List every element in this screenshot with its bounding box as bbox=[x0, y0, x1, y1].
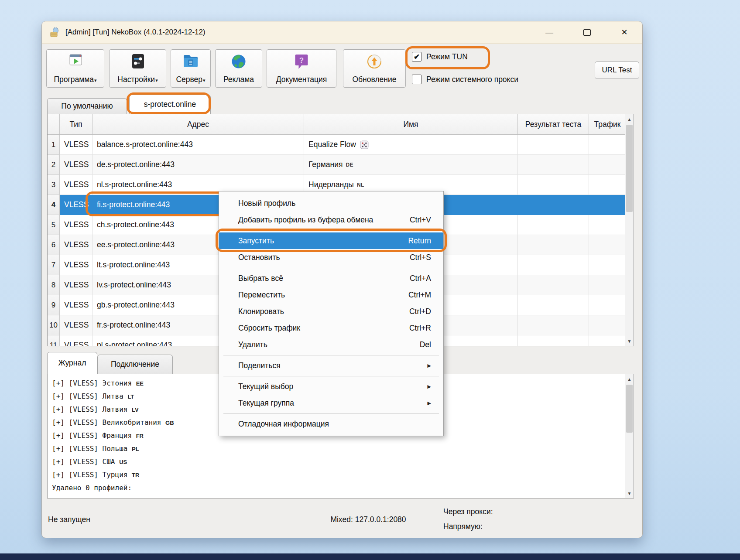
toolbar-button-label: Документация bbox=[276, 75, 327, 84]
toolbar-button-update[interactable]: Обновление bbox=[343, 49, 406, 88]
tun-mode-checkbox[interactable]: ✔ Режим TUN bbox=[412, 52, 468, 61]
cell-type: VLESS bbox=[60, 335, 92, 346]
group-tab-default[interactable]: По умолчанию bbox=[47, 98, 127, 114]
log-scrollbar[interactable]: ▲ ▼ bbox=[625, 374, 634, 498]
cell-traffic bbox=[589, 175, 626, 195]
maximize-button[interactable] bbox=[577, 25, 597, 40]
menu-item-3[interactable]: ЗапуститьReturn bbox=[219, 232, 443, 249]
table-row-2[interactable]: 2VLESSde.s-protect.online:443ГерманияDE bbox=[48, 155, 634, 175]
status-direct: Напрямую: bbox=[443, 522, 483, 531]
column-header-rownum[interactable] bbox=[48, 114, 60, 134]
window-title: [Admin] [Tun] NekoBox (4.0.1-2024-12-12) bbox=[65, 28, 206, 37]
cell-test-result bbox=[518, 155, 589, 175]
menu-item-15[interactable]: Текущая группа▶ bbox=[219, 395, 443, 411]
toolbar-button-label: Программа▾ bbox=[54, 75, 96, 84]
cell-traffic bbox=[589, 195, 626, 215]
cell-type: VLESS bbox=[60, 175, 92, 195]
column-header-test-result[interactable]: Результат теста bbox=[518, 114, 589, 134]
country-flag-code: LT bbox=[127, 393, 134, 400]
toolbar-button-settings[interactable]: Настройки▾ bbox=[109, 49, 166, 88]
row-number: 7 bbox=[48, 255, 60, 275]
minimize-button[interactable]: — bbox=[539, 25, 559, 40]
country-flag-code: FR bbox=[136, 433, 144, 439]
toolbar-button-server[interactable]: Сервер▾ bbox=[171, 49, 211, 88]
log-line-text: [+] [VLESS] Турция bbox=[52, 471, 132, 479]
url-test-button[interactable]: URL Test bbox=[595, 61, 639, 79]
cell-name: Equalize Flow bbox=[304, 135, 518, 155]
menu-item-7[interactable]: ПереместитьCtrl+M bbox=[219, 287, 443, 303]
menu-item-17[interactable]: Отладочная информация bbox=[219, 416, 443, 432]
submenu-arrow-icon: ▶ bbox=[428, 384, 431, 389]
title-bar[interactable]: [Admin] [Tun] NekoBox (4.0.1-2024-12-12)… bbox=[42, 21, 642, 44]
menu-item-0[interactable]: Новый профиль bbox=[219, 195, 443, 212]
toolbar-button-ads[interactable]: Реклама bbox=[215, 49, 262, 88]
toolbar-button-docs[interactable]: ?Документация bbox=[267, 49, 336, 88]
log-line-text: [+] [VLESS] США bbox=[52, 458, 119, 466]
checkmark-icon: ✔ bbox=[414, 52, 420, 61]
menu-item-9[interactable]: Сбросить трафикCtrl+R bbox=[219, 320, 443, 336]
menu-item-shortcut: Del bbox=[420, 340, 431, 349]
cell-type: VLESS bbox=[60, 235, 92, 255]
cell-address: balance.s-protect.online:443 bbox=[92, 135, 304, 155]
log-line-text: [+] [VLESS] Великобритания bbox=[52, 418, 165, 427]
column-header-address[interactable]: Адрес bbox=[92, 114, 304, 134]
menu-item-label: Выбрать всё bbox=[238, 274, 283, 283]
row-number: 2 bbox=[48, 155, 60, 175]
server-name-text: Equalize Flow bbox=[308, 140, 356, 149]
menu-item-label: Текущий выбор bbox=[238, 382, 293, 391]
app-icon bbox=[49, 27, 60, 38]
menu-item-label: Остановить bbox=[238, 253, 280, 262]
toolbar-button-programs[interactable]: Программа▾ bbox=[46, 49, 104, 88]
scroll-up-icon[interactable]: ▲ bbox=[625, 374, 634, 384]
log-scrollbar-thumb[interactable] bbox=[626, 385, 633, 433]
menu-item-6[interactable]: Выбрать всёCtrl+A bbox=[219, 270, 443, 287]
row-number: 3 bbox=[48, 175, 60, 195]
cell-test-result bbox=[518, 295, 589, 315]
menu-item-1[interactable]: Добавить профиль из буфера обменаCtrl+V bbox=[219, 212, 443, 228]
log-line-text: [+] [VLESS] Литва bbox=[52, 392, 127, 400]
log-tab-journal[interactable]: Журнал bbox=[47, 352, 97, 374]
scroll-down-icon[interactable]: ▼ bbox=[625, 336, 634, 346]
menu-item-4[interactable]: ОстановитьCtrl+S bbox=[219, 249, 443, 266]
column-header-type[interactable]: Тип bbox=[60, 114, 92, 134]
svg-text:?: ? bbox=[299, 56, 304, 65]
menu-item-label: Новый профиль bbox=[238, 199, 295, 208]
cell-test-result bbox=[518, 195, 589, 215]
table-row-1[interactable]: 1VLESSbalance.s-protect.online:443Equali… bbox=[48, 135, 634, 155]
log-line-5: [+] [VLESS] Польша PL bbox=[52, 442, 620, 455]
server-name-text: Нидерланды bbox=[308, 180, 354, 189]
toolbar-button-label: Сервер▾ bbox=[176, 75, 205, 84]
menu-item-shortcut: Return bbox=[408, 236, 431, 246]
menu-item-10[interactable]: УдалитьDel bbox=[219, 336, 443, 353]
cell-traffic bbox=[589, 295, 626, 315]
menu-item-label: Добавить профиль из буфера обмена bbox=[238, 215, 373, 225]
menu-item-12[interactable]: Поделиться▶ bbox=[219, 357, 443, 374]
country-flag-code: TR bbox=[132, 472, 139, 478]
column-header-name[interactable]: Имя bbox=[304, 114, 518, 134]
cell-type: VLESS bbox=[60, 155, 92, 175]
menu-item-14[interactable]: Текущий выбор▶ bbox=[219, 378, 443, 395]
table-scrollbar[interactable]: ▲ ▼ bbox=[625, 114, 634, 346]
cell-test-result bbox=[518, 275, 589, 295]
row-number: 10 bbox=[48, 315, 60, 335]
log-tab-connection[interactable]: Подключение bbox=[97, 355, 173, 374]
cell-traffic bbox=[589, 135, 626, 155]
menu-item-label: Сбросить трафик bbox=[238, 324, 300, 333]
status-via-proxy: Через прокси: bbox=[443, 507, 493, 516]
globe-icon bbox=[216, 53, 262, 70]
country-flag-code: PL bbox=[132, 446, 139, 452]
log-line-7: [+] [VLESS] Турция TR bbox=[52, 468, 620, 481]
row-number: 6 bbox=[48, 235, 60, 255]
table-scrollbar-thumb[interactable] bbox=[626, 125, 633, 212]
cell-type: VLESS bbox=[60, 135, 92, 155]
column-header-traffic[interactable]: Трафик bbox=[589, 114, 626, 134]
country-flag-code: EE bbox=[136, 380, 144, 387]
checkbox-unchecked-icon bbox=[412, 75, 421, 84]
menu-item-shortcut: Ctrl+A bbox=[410, 274, 431, 283]
group-tab-s-protect[interactable]: s-protect.online bbox=[129, 95, 211, 114]
scroll-up-icon[interactable]: ▲ bbox=[625, 114, 634, 124]
menu-item-8[interactable]: КлонироватьCtrl+D bbox=[219, 303, 443, 320]
close-button[interactable]: ✕ bbox=[614, 25, 634, 40]
scroll-down-icon[interactable]: ▼ bbox=[625, 488, 634, 498]
system-proxy-checkbox[interactable]: Режим системного прокси bbox=[412, 75, 518, 84]
